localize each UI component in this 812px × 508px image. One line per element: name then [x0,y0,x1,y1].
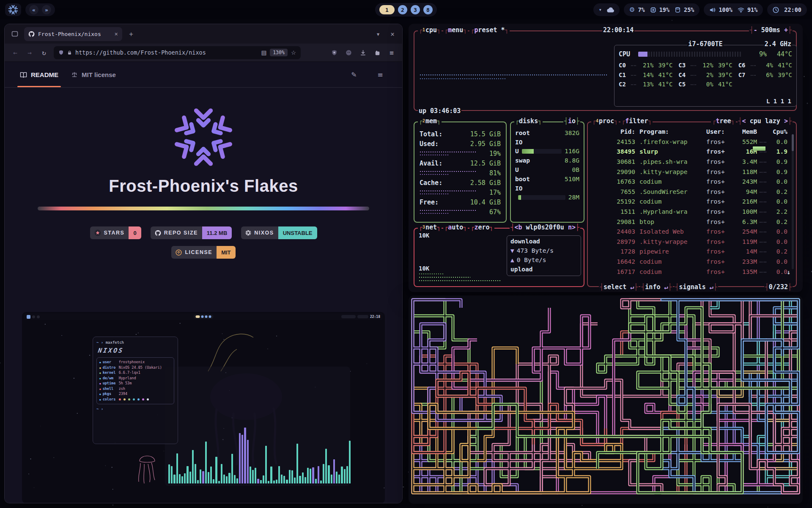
sort-prev-button[interactable]: < [742,117,746,125]
filter-button[interactable]: ┌filter┐ [620,117,653,125]
disk-usage-bar [518,195,565,200]
net-next-button[interactable]: n> [568,224,576,232]
media-controls: « » [25,3,55,16]
memory-stat[interactable]: 19% [650,6,669,13]
media-next-button[interactable]: » [42,5,51,14]
process-row[interactable]: 7655.SoundWireSerfros+94M0.2 [591,187,793,197]
core-id: C6 [738,62,749,69]
back-button[interactable]: ← [9,46,22,59]
badge-license[interactable]: LICENSEMIT [171,246,235,259]
process-row[interactable]: 29090.kitty-wrappefros+118M0.9 [591,167,793,177]
menu-button[interactable]: ≡ [385,46,398,59]
palette-dot [133,398,135,400]
visualizer-bar [286,480,288,483]
audio-network-widget: 100%91% [704,3,763,16]
sort-selector: ┤< cpu lazy >├ [738,117,793,125]
auto-button[interactable]: ┌auto┐ [443,224,468,232]
ghostery-extension-icon[interactable] [342,46,355,59]
process-cpu: 0.2 [769,188,787,195]
visualizer-bar [231,454,233,483]
process-row[interactable]: 30681.pipes.sh-wrafros+3.4M0.9 [591,157,793,167]
scroll-down-icon[interactable]: ↓ [787,268,790,276]
edit-readme-button[interactable]: ✎ [347,68,361,81]
tab-readme[interactable]: README [20,62,58,87]
workspace-button-8[interactable]: 8 [423,5,433,14]
browser-tab[interactable]: Frost-Phoenix/nixos × [24,27,122,41]
process-row[interactable]: 1728pipewirefros+14M0.2 [591,247,793,257]
tab-license[interactable]: MIT license [71,62,116,87]
outline-button[interactable]: ≡ [373,68,387,81]
interval-increase-button[interactable]: + [784,26,788,34]
weather-widget[interactable]: ▾ [593,3,620,16]
proc-signals-key[interactable]: ┤signals ↵├ [675,283,718,291]
cpu-total-temp: 44°C [770,50,792,58]
new-tab-button[interactable]: + [126,28,137,39]
extensions-puzzle-icon[interactable] [371,46,384,59]
firefox-view-button[interactable] [9,28,21,40]
disk-row: 28M [515,193,579,202]
core-c5: C50%41°C [678,80,732,89]
process-pid: 24153 [591,138,635,145]
io-toggle-button[interactable]: ┤iioo├ [563,117,580,125]
tracking-shield-icon[interactable] [58,50,64,55]
visualizer-bar [325,449,327,483]
disk-stat[interactable]: 25% [675,6,694,13]
mini-workspaces [194,315,214,319]
process-row[interactable]: 16717codiumfros+135M0.0 [591,267,793,277]
mem-box-label: ┌2mem┐ [418,117,442,125]
process-row[interactable]: 1511.Hyprland-wrafros+100M2.2 [591,207,793,217]
visualizer-bar [257,479,259,483]
gear-stat[interactable]: ⚙7% [629,6,645,14]
url-bar[interactable]: https://github.com/Frost-Phoenix/nixos ▤… [54,46,301,59]
badge-stars[interactable]: STARS0 [90,226,141,239]
scrollbar[interactable] [792,134,794,269]
workspace-button-2[interactable]: 2 [398,5,407,14]
process-row[interactable]: 25192codiumfros+216M0.0 [591,197,793,207]
proc-select-key[interactable]: ┤select ↵├ [599,283,639,291]
downloads-button[interactable] [357,46,369,59]
window-close-button[interactable]: × [387,28,398,39]
url-text[interactable]: https://github.com/Frost-Phoenix/nixos [75,49,258,56]
process-row[interactable]: 29081btopfros+6.3M0.2 [591,217,793,227]
wifi-stat[interactable]: 91% [738,6,757,13]
process-row[interactable]: 16763codiumfros+243M0.0 [591,177,793,187]
process-pid: 24403 [591,228,635,235]
process-row[interactable]: 24153.firefox-wrapfros+552M0.0 [591,137,793,147]
interval-decrease-button[interactable]: - [754,26,757,34]
workspace-button-1[interactable]: 1 [379,5,395,14]
badge-repo-size[interactable]: REPO SIZE11.2 MB [151,226,232,239]
badge-value: 0 [129,226,141,239]
zero-button[interactable]: ┌zero┐ [469,224,494,232]
zoom-level[interactable]: 130% [270,49,288,56]
media-prev-button[interactable]: « [29,5,38,14]
process-row[interactable]: 38495slurpfros+16M1.9 [591,147,793,157]
scales-icon [71,72,78,78]
tab-close-button[interactable]: × [115,30,118,37]
volume-stat[interactable]: 100% [709,6,732,13]
tree-button[interactable]: ┌tree┐ [711,117,735,125]
menu-button[interactable]: ┌menu┐ [443,26,468,34]
mem-graph-row: 67% [420,207,501,217]
process-row[interactable]: 24403Isolated Webfros+254M0.0 [591,226,793,237]
forward-button[interactable]: → [23,46,36,59]
visualizer-bar [210,467,212,483]
tab-list-button[interactable]: ▾ [373,28,384,39]
preset-button[interactable]: ┌preset *┐ [469,26,509,34]
process-cpu: 0.0 [769,268,787,275]
sort-next-button[interactable]: > [784,117,788,125]
process-row[interactable]: 28979.kitty-wrappefros+119M0.0 [591,237,793,247]
process-row[interactable]: 16642codiumfros+233M0.0 [591,257,793,267]
visualizer-bar [281,475,283,483]
badge-label: LICENSE [185,249,212,255]
reader-view-icon[interactable]: ▤ [261,49,266,56]
visualizer-bar [226,476,228,483]
clock-widget[interactable]: 22:00 [767,3,807,16]
adblock-extension-icon[interactable] [328,46,340,59]
net-prev-button[interactable]: <b [514,224,522,232]
bookmark-star-icon[interactable]: ☆ [291,49,296,56]
nixos-launcher-button[interactable] [5,3,21,16]
workspace-button-3[interactable]: 3 [411,5,420,14]
proc-info-key[interactable]: ┤info ↵├ [640,283,672,291]
badge-nixos[interactable]: NIXOSUNSTABLE [241,226,317,239]
reload-button[interactable]: ↻ [38,46,50,59]
